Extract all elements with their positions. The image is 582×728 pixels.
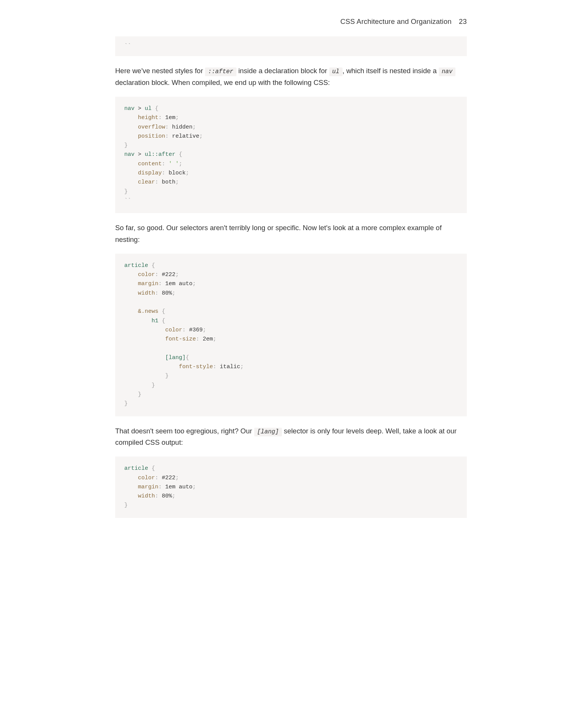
code-block-3: article { color: #222; margin: 1em auto;… [115, 457, 467, 518]
brace: } [124, 502, 128, 508]
prop: position [138, 133, 165, 140]
brace: } [124, 142, 128, 149]
code-block-2: article { color: #222; margin: 1em auto;… [115, 254, 467, 416]
brace: { [158, 318, 165, 324]
paragraph-2: So far, so good. Our selectors aren't te… [115, 222, 467, 245]
inline-code-ul: ul [329, 67, 343, 76]
backticks: `` [124, 198, 131, 204]
selector: ul [145, 105, 152, 112]
prop: display [138, 170, 162, 176]
value: 2em [203, 336, 213, 342]
brace: } [124, 188, 128, 195]
prop: font-size [165, 336, 196, 342]
value: relative [172, 133, 199, 140]
inline-code-lang: [lang] [254, 428, 282, 436]
page-number: 23 [459, 17, 467, 26]
prop: margin [138, 281, 158, 287]
paragraph-3: That doesn't seem too egregious, right? … [115, 425, 467, 449]
inline-code-after: ::after [205, 67, 236, 76]
prop: content [138, 161, 162, 167]
value: #369 [189, 327, 203, 333]
code-block-1: nav > ul { height: 1em; overflow: hidden… [115, 97, 467, 213]
value: 1em auto [165, 484, 192, 490]
prop: color [165, 327, 182, 333]
selector: nav [124, 105, 135, 112]
brace: { [148, 262, 155, 269]
value: both [162, 179, 175, 185]
text: Here we've nested styles for [115, 67, 205, 75]
parent-selector: & [138, 308, 141, 315]
value: 1em [165, 115, 175, 121]
brace: } [152, 382, 155, 389]
combinator: > [135, 151, 145, 158]
prop: width [138, 290, 155, 297]
page: CSS Architecture and Organization 23 `` … [97, 0, 485, 550]
prop: font-style [179, 364, 213, 370]
selector: article [124, 262, 148, 269]
selector: h1 [152, 318, 158, 324]
text: inside a declaration block for [236, 67, 329, 75]
combinator: > [135, 105, 145, 112]
prop: color [138, 271, 155, 278]
class-selector: .news [141, 308, 158, 315]
running-header: CSS Architecture and Organization 23 [115, 17, 467, 26]
brace: { [152, 105, 158, 112]
backticks: `` [124, 43, 131, 49]
brace: { [158, 308, 165, 315]
prop: height [138, 115, 158, 121]
value: block [169, 170, 186, 176]
brace: { [148, 465, 155, 472]
text: , which itself is nested inside a [343, 67, 439, 75]
brace: { [175, 151, 182, 158]
code-block-0: `` [115, 36, 467, 56]
value: 80% [162, 493, 172, 499]
prop: color [138, 475, 155, 481]
text: That doesn't seem too egregious, right? … [115, 427, 254, 435]
selector: nav [124, 151, 135, 158]
attr-selector: [lang] [165, 355, 186, 361]
selector: article [124, 465, 148, 472]
value: ' ' [169, 161, 179, 167]
chapter-title: CSS Architecture and Organization [340, 17, 452, 25]
text: declaration block. When compiled, we end… [115, 78, 330, 86]
value: #222 [162, 271, 175, 278]
prop: clear [138, 179, 155, 185]
value: italic [220, 364, 240, 370]
brace: } [138, 391, 141, 398]
prop: margin [138, 484, 158, 490]
brace: } [124, 400, 128, 407]
prop: width [138, 493, 155, 499]
value: 80% [162, 290, 172, 297]
brace: } [165, 373, 169, 379]
paragraph-1: Here we've nested styles for ::after ins… [115, 65, 467, 88]
value: 1em auto [165, 281, 192, 287]
value: hidden [172, 124, 192, 130]
prop: overflow [138, 124, 165, 130]
selector: ul::after [145, 151, 175, 158]
inline-code-nav: nav [439, 67, 456, 76]
value: #222 [162, 475, 175, 481]
